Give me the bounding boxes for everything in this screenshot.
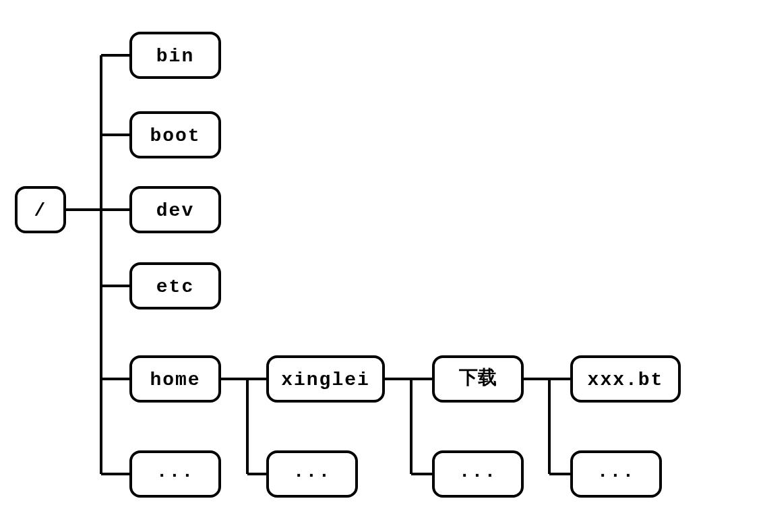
filesystem-tree-diagram: / bin boot dev etc home ... xinglei ... … [0, 0, 763, 532]
node-dev-label: dev [156, 200, 194, 221]
node-xinglei-ellipsis-label: ... [459, 461, 497, 482]
node-boot: boot [131, 113, 220, 157]
node-etc: etc [131, 264, 220, 308]
node-etc-label: etc [156, 276, 194, 297]
node-download: 下载 [433, 357, 522, 401]
node-download-ellipsis-label: ... [597, 461, 635, 482]
node-home-ellipsis-label: ... [293, 461, 331, 482]
node-root: / [16, 187, 65, 232]
node-home: home [131, 357, 220, 401]
node-bin: bin [131, 33, 220, 78]
node-root-label: / [34, 200, 47, 221]
node-xinglei-ellipsis: ... [433, 452, 522, 496]
node-download-ellipsis: ... [572, 452, 661, 496]
node-home-ellipsis: ... [268, 452, 357, 496]
node-dev: dev [131, 187, 220, 232]
node-home-label: home [150, 370, 200, 390]
node-xxxbt: xxx.bt [572, 357, 679, 401]
node-bin-label: bin [156, 46, 194, 67]
node-download-label: 下载 [458, 367, 497, 388]
node-root-ellipsis-label: ... [156, 461, 194, 482]
node-xinglei-label: xinglei [281, 370, 370, 390]
node-boot-label: boot [150, 125, 200, 146]
node-xinglei: xinglei [268, 357, 384, 401]
node-root-ellipsis: ... [131, 452, 220, 496]
node-xxxbt-label: xxx.bt [588, 370, 664, 390]
